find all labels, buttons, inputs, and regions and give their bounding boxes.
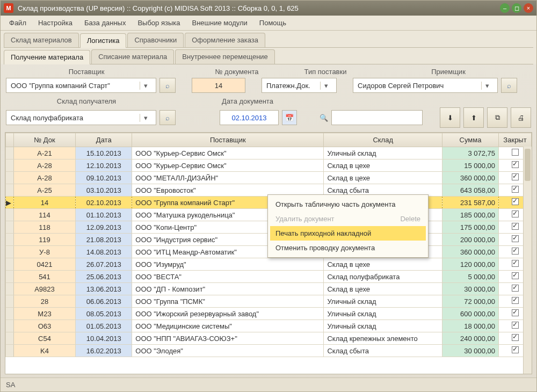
close-button[interactable]: ×: [524, 3, 533, 13]
header-date[interactable]: Дата: [76, 133, 132, 147]
receiver-combo[interactable]: Сидоров Сергей Петрович ▾: [353, 78, 498, 93]
checkbox-icon[interactable]: [512, 186, 519, 193]
cell-docno: 114: [13, 209, 76, 221]
maximize-button[interactable]: ◻: [512, 3, 521, 13]
header-sum[interactable]: Сумма: [442, 133, 499, 147]
search-input[interactable]: [331, 110, 423, 125]
tab-ordering[interactable]: Оформление заказа: [185, 33, 265, 47]
checkbox-icon[interactable]: [512, 272, 519, 279]
cell-sum: 18 000,00: [442, 320, 499, 332]
context-menu-item[interactable]: Печать приходной накладной: [270, 226, 426, 241]
cell-warehouse: Склад полуфабриката: [324, 271, 442, 283]
context-menu-item[interactable]: Открыть табличную часть документа: [270, 197, 426, 212]
table-row[interactable]: A982313.06.2013ООО "ДП - Композит"Склад …: [6, 283, 532, 295]
checkbox-icon[interactable]: [512, 260, 519, 267]
cell-warehouse: Склад в цехе: [324, 258, 442, 271]
cell-date: 01.05.2013: [76, 320, 132, 332]
checkbox-icon[interactable]: [512, 149, 519, 156]
table-row[interactable]: 2806.06.2013ООО "Группа "ПСМК"Уличный ск…: [6, 295, 532, 308]
menu-language[interactable]: Выбор языка: [132, 17, 185, 29]
lookup-icon: ⌕: [165, 114, 170, 122]
checkbox-icon[interactable]: [512, 248, 519, 255]
menu-file[interactable]: Файл: [4, 17, 32, 29]
table-row[interactable]: A-2115.10.2013ООО "Курьер-Сервис Омск"Ул…: [6, 147, 532, 159]
doc-date-value: 02.10.2013: [231, 114, 266, 122]
context-menu-item[interactable]: Отменить проводку документа: [270, 241, 426, 255]
titlebar: M Склад производства (UP версия) :: Copy…: [1, 1, 536, 16]
menubar: Файл Настройка База данных Выбор языка В…: [1, 16, 536, 31]
menu-database[interactable]: База данных: [79, 17, 131, 29]
checkbox-icon[interactable]: [512, 235, 519, 242]
row-header: [6, 271, 14, 283]
export-icon: ⬆: [471, 114, 477, 122]
window-controls: – ◻ ×: [500, 3, 533, 13]
checkbox-icon[interactable]: [512, 309, 519, 316]
print-button[interactable]: 🖨: [511, 107, 531, 128]
menu-settings[interactable]: Настройка: [33, 17, 78, 29]
chevron-down-icon: ▾: [140, 114, 151, 122]
tab-transfer[interactable]: Внутреннее перемещение: [175, 49, 275, 64]
checkbox-icon[interactable]: [512, 223, 519, 230]
menu-external[interactable]: Внешние модули: [187, 17, 253, 29]
cell-docno: A-28: [13, 172, 76, 184]
cell-sum: 30 000,00: [442, 283, 499, 295]
header-docno[interactable]: № Док: [13, 133, 76, 147]
minimize-button[interactable]: –: [500, 3, 510, 13]
cell-date: 09.10.2013: [76, 172, 132, 184]
cell-supplier: ООО "Элодея": [132, 345, 324, 357]
dest-wh-combo[interactable]: Склад полуфабриката ▾: [6, 110, 156, 125]
checkbox-icon[interactable]: [512, 297, 519, 304]
tabs-top: Склад материалов Логистика Справочники О…: [1, 31, 536, 47]
context-menu-label: Печать приходной накладной: [275, 229, 371, 237]
receiver-lookup-button[interactable]: ⌕: [501, 78, 517, 93]
supplier-combo[interactable]: ООО "Группа компаний Старт" ▾: [6, 78, 156, 93]
import-button[interactable]: ⬇: [440, 107, 460, 128]
docno-input[interactable]: 14: [192, 78, 245, 93]
table-row[interactable]: M2308.05.2013ООО "Ижорский резервуарный …: [6, 308, 532, 320]
cell-docno: 119: [13, 234, 76, 246]
supplier-lookup-button[interactable]: ⌕: [159, 78, 176, 93]
table-row[interactable]: A-2812.10.2013ООО "Курьер-Сервис Омск"Ск…: [6, 159, 532, 172]
row-header: [6, 295, 14, 308]
header-warehouse[interactable]: Склад: [324, 133, 442, 147]
table-row[interactable]: A-2809.10.2013ООО "МЕТАЛЛ-ДИЗАЙН"Склад в…: [6, 172, 532, 184]
checkbox-icon[interactable]: [512, 285, 519, 292]
table-row[interactable]: C5410.04.2013ООО "НПП "АВИАГАЗ-СОЮЗ+"Скл…: [6, 332, 532, 345]
scrollbar-thumb[interactable]: [525, 149, 531, 181]
cell-docno: A9823: [13, 283, 76, 295]
context-menu-label: Открыть табличную часть документа: [275, 200, 395, 208]
checkbox-icon[interactable]: [512, 322, 519, 329]
checkbox-icon[interactable]: [512, 334, 519, 341]
checkbox-icon[interactable]: [512, 210, 519, 217]
checkbox-icon[interactable]: [512, 346, 519, 353]
tab-materials[interactable]: Склад материалов: [4, 33, 79, 47]
header-closed[interactable]: Закрыт: [499, 133, 532, 147]
label-doc-date: Дата документа: [199, 97, 296, 105]
calendar-button[interactable]: 📅: [282, 110, 297, 125]
doc-date-input[interactable]: 02.10.2013: [220, 110, 279, 125]
table-row[interactable]: K416.02.2013ООО "Элодея"Склад сбыта30 00…: [6, 345, 532, 357]
tab-logistics[interactable]: Логистика: [80, 33, 127, 48]
cell-sum: 72 000,00: [442, 295, 499, 308]
copy-button[interactable]: ⧉: [487, 107, 507, 128]
table-row[interactable]: 54125.06.2013ООО "ВЕСТА"Склад полуфабрик…: [6, 271, 532, 283]
checkbox-icon[interactable]: [512, 198, 519, 205]
checkbox-icon[interactable]: [512, 173, 519, 180]
vertical-scrollbar[interactable]: [523, 147, 532, 374]
tab-writeoff[interactable]: Списание материала: [91, 49, 174, 64]
tab-directories[interactable]: Справочники: [127, 33, 184, 47]
row-header: [6, 221, 14, 234]
table-row[interactable]: 042126.07.2013ООО "Изумруд"Склад в цехе1…: [6, 258, 532, 271]
dest-wh-lookup-button[interactable]: ⌕: [159, 110, 176, 125]
tab-receive[interactable]: Получение материала: [4, 50, 90, 64]
table-row[interactable]: O6301.05.2013ООО "Медицинские системы"Ул…: [6, 320, 532, 332]
export-button[interactable]: ⬆: [463, 107, 484, 128]
cell-sum: 185 000,00: [442, 209, 499, 221]
menu-help[interactable]: Помощь: [254, 17, 292, 29]
cell-docno: 14: [13, 197, 76, 209]
checkbox-icon[interactable]: [512, 161, 519, 168]
header-supplier[interactable]: Поставщик: [132, 133, 324, 147]
delivery-type-combo[interactable]: Платежн.Док. ▾: [262, 78, 337, 93]
cell-supplier: ООО "Ижорский резервуарный завод": [132, 308, 324, 320]
cell-sum: 360 000,00: [442, 246, 499, 258]
